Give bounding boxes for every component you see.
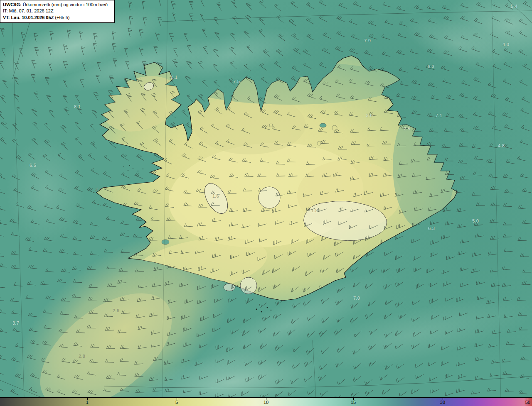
colorbar: 1510153050 — [0, 397, 532, 406]
map-title: Úrkomumætti (mm) og vindur i 100m hæð — [22, 2, 108, 7]
colorbar-tick-label: 30 — [440, 400, 445, 405]
glacier-hofsjokull — [259, 187, 280, 208]
valid-time-offset: (+65 h) — [54, 15, 69, 20]
title-line: UWC/IG: Úrkomumætti (mm) og vindur i 100… — [3, 2, 112, 8]
colorbar-tick-label: 15 — [351, 400, 356, 405]
map-title-box: UWC/IG: Úrkomumætti (mm) og vindur i 100… — [0, 0, 115, 23]
glacier-eyjafjallajokull — [224, 284, 235, 291]
init-time: IT: Mið. 07. 01. 2026 12Z — [3, 8, 112, 14]
lake — [162, 240, 169, 245]
colorbar-tick-label: 10 — [264, 400, 268, 405]
colorbar-tick-label: 5 — [175, 400, 178, 405]
model-name: UWC/IG: — [3, 2, 22, 7]
weather-map-viewport: 5.44.07.98.37.58.18.13.02.57.14.86.52.41… — [0, 0, 532, 406]
colorbar-tick-label: 50 — [525, 400, 530, 405]
colorbar-tick-label: 1 — [86, 400, 89, 405]
glacier-myrdalsjokull — [240, 277, 257, 294]
map-canvas — [0, 0, 532, 398]
valid-time-line: VT: Lau. 10.01.2026 05Z (+65 h) — [3, 15, 112, 21]
valid-time: VT: Lau. 10.01.2026 05Z — [3, 15, 54, 20]
lake — [320, 123, 326, 127]
